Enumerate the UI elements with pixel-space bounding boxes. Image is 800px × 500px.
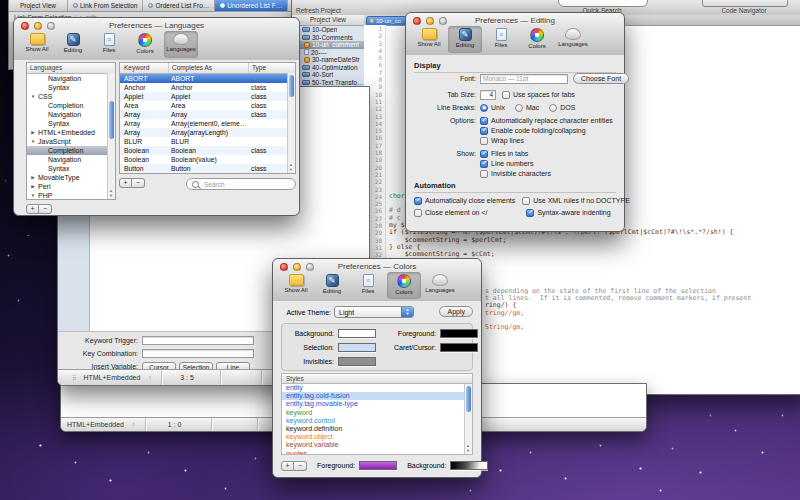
style-item[interactable]: keyword.object [282,433,472,441]
scrollbar-thumb[interactable] [466,386,471,412]
tree-item-selected[interactable]: 10-un_comment [292,41,364,49]
toolbar-item-colors[interactable]: Colors [387,272,421,299]
toolbar-item-files[interactable]: ≡Files [92,31,126,58]
radio-unix[interactable]: Unix [480,104,505,112]
checkbox-icon[interactable] [414,197,422,205]
use-spaces-checkbox[interactable]: Use spaces for tabs [502,91,575,99]
table-row[interactable]: AreaAreaclass [120,101,295,110]
style-item[interactable]: entity [282,384,472,392]
syntax-aware-indenting-checkbox[interactable]: Syntax-aware indenting [526,209,610,217]
language-group[interactable]: ▼JavaScript [27,137,115,146]
disclosure-triangle-icon[interactable]: ▶ [30,182,36,191]
caret-color-well[interactable] [440,343,478,352]
language-item[interactable]: Completion [27,101,115,110]
keyword-trigger-input[interactable] [142,336,254,345]
table-row[interactable]: ArrayArray(arrayLength) [120,128,295,137]
style-foreground-well[interactable] [359,461,397,470]
column-header-keyword[interactable]: Keyword [120,63,168,73]
search-input[interactable] [202,180,291,189]
tree-item[interactable]: ▶40-Optimization [292,64,364,72]
language-group[interactable]: ▼CSS [27,92,115,101]
table-row[interactable]: BooleanBooleanclass [120,146,295,155]
table-row[interactable]: ArrayArray(element0, eleme… [120,119,295,128]
checkbox-icon[interactable] [414,209,422,217]
style-item-selected[interactable]: entity.tag.cold-fusion [282,392,472,400]
close-button[interactable] [413,17,421,25]
checkbox-icon[interactable] [480,137,488,145]
minimize-button[interactable] [426,17,434,25]
language-item[interactable]: Navigation [27,155,115,164]
toolbar-item-colors[interactable]: Colors [520,26,554,53]
code-folding-checkbox[interactable]: Enable code folding/collapsing [480,127,586,135]
checkbox-icon[interactable] [480,170,488,178]
checkbox-icon[interactable] [480,117,488,125]
checkbox-icon[interactable] [526,209,534,217]
toolbar-item-files[interactable]: ≡Files [351,272,385,299]
toolbar-item-files[interactable]: ≡Files [484,26,518,53]
files-in-tabs-checkbox[interactable]: Files in tabs [480,150,528,158]
replace-entities-checkbox[interactable]: Automatically replace character entities [480,117,613,125]
code-navigator-button[interactable] [702,0,788,7]
snippet-chip-project-view[interactable]: Project View [9,0,68,11]
language-item-selected[interactable]: Completion [27,146,115,155]
background-color-well[interactable] [338,329,376,338]
column-header-type[interactable]: Type [248,63,295,73]
tree-item[interactable]: ▼30-Comments [292,34,364,42]
selection-color-well[interactable] [338,343,376,352]
toolbar-item-colors[interactable]: Colors [128,31,162,58]
toolbar-item-editing[interactable]: ✎Editing [315,272,349,299]
remove-button[interactable]: − [294,461,307,471]
foreground-color-well[interactable] [440,329,478,338]
tree-item[interactable]: ▶10-Open [292,26,364,34]
language-group[interactable]: ▶Perl [27,182,115,191]
close-button[interactable] [280,263,288,271]
wrap-lines-checkbox[interactable]: Wrap lines [480,137,524,145]
radio-icon[interactable] [515,104,523,112]
snippet-chip-ordered-list[interactable]: Ordered List Fro… [143,0,215,11]
table-row-selected[interactable]: ABORTABORT [120,74,295,83]
tree-item[interactable]: 20---- [292,49,364,57]
disclosure-triangle-icon[interactable]: ▼ [30,92,36,101]
tree-item[interactable]: 30-nameDateStr [292,56,364,64]
scroll-down-icon[interactable]: ▼ [288,167,294,172]
style-item[interactable]: keyword [282,409,472,417]
minimize-button[interactable] [34,22,42,30]
table-row[interactable]: AppletAppletclass [120,92,295,101]
language-mode-popup[interactable]: HTML+Embedded [83,374,140,381]
language-item[interactable]: Navigation [27,110,115,119]
toolbar-item-languages[interactable]: Languages [423,272,457,299]
scrollbar-thumb[interactable] [109,101,114,139]
remove-button[interactable]: − [132,178,145,188]
style-item[interactable]: keyword.control [282,417,472,425]
toolbar-item-editing[interactable]: ✎Editing [56,31,90,58]
auto-close-elements-checkbox[interactable]: Automatically close elements [414,197,515,205]
invisible-characters-checkbox[interactable]: Invisible characters [480,170,551,178]
resize-grip-icon[interactable]: ⠿ [72,374,75,381]
radio-icon[interactable] [480,104,488,112]
choose-font-button[interactable]: Choose Font [573,73,629,84]
scroll-down-icon[interactable]: ▼ [108,193,114,198]
key-combination-input[interactable] [142,349,254,358]
column-header-completes-as[interactable]: Completes As [168,63,248,73]
disclosure-triangle-icon[interactable]: ▶ [30,173,36,182]
add-button[interactable]: + [119,178,132,188]
style-item[interactable]: keyword.definition [282,425,472,433]
invisibles-color-well[interactable] [338,357,376,366]
language-group[interactable]: ▶MovableType [27,173,115,182]
theme-popup[interactable]: Light [334,306,414,318]
checkbox-icon[interactable] [522,197,530,205]
tab-size-input[interactable] [480,90,496,100]
radio-mac[interactable]: Mac [515,104,539,112]
scrollbar-thumb[interactable] [289,75,294,97]
snippet-chip-unordered-list[interactable]: Unordered List F… [215,0,288,11]
toolbar-item-languages[interactable]: Languages [164,31,198,58]
language-item[interactable]: Navigation [27,74,115,83]
style-item[interactable]: quotes [282,450,472,456]
style-background-well[interactable] [450,461,488,470]
toolbar-item-show-all[interactable]: Show All [279,272,313,299]
refresh-project-button[interactable]: Refresh Project [296,7,341,14]
add-button[interactable]: + [26,204,39,214]
checkbox-icon[interactable] [480,160,488,168]
language-item[interactable]: Syntax [27,164,115,173]
language-group[interactable]: ▼PHP [27,191,115,200]
